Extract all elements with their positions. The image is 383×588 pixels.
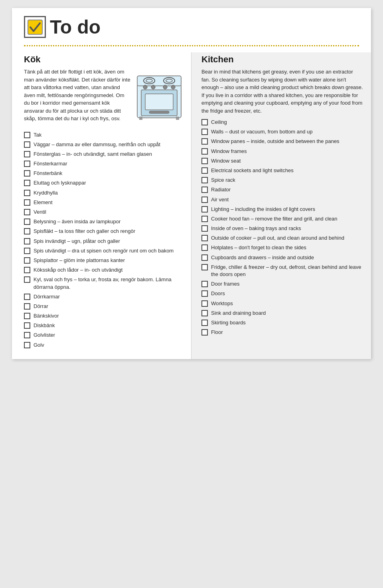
list-item: Spisfläkt – ta loss filter och galler oc… xyxy=(24,228,183,235)
list-item: Golvlister xyxy=(24,332,183,339)
checkbox[interactable] xyxy=(24,303,30,310)
list-item: Electrical sockets and light switches xyxy=(201,167,363,174)
list-item-text: Inside of oven – baking trays and racks xyxy=(211,225,301,232)
checkbox[interactable] xyxy=(201,235,208,241)
header: To do xyxy=(12,8,371,42)
list-item: Spice rack xyxy=(201,177,363,184)
checkbox[interactable] xyxy=(24,209,30,215)
list-item: Doors xyxy=(201,290,363,297)
checkbox[interactable] xyxy=(24,132,30,138)
checkbox[interactable] xyxy=(201,281,208,287)
checkbox[interactable] xyxy=(24,257,30,264)
checkbox[interactable] xyxy=(24,228,30,234)
checkbox[interactable] xyxy=(201,206,208,213)
checkbox[interactable] xyxy=(24,170,30,177)
list-item: Window frames xyxy=(201,148,363,155)
list-item-text: Spice rack xyxy=(211,177,235,184)
page-title: To do xyxy=(50,18,101,37)
list-item-text: Fönsterkarmar xyxy=(34,160,67,167)
list-item: Cooker hood fan – remove the filter and … xyxy=(201,215,363,222)
checkbox[interactable] xyxy=(201,167,208,174)
svg-point-12 xyxy=(163,85,167,89)
checkbox[interactable] xyxy=(201,329,208,336)
checkbox[interactable] xyxy=(24,219,30,225)
list-item-text: Ceiling xyxy=(211,119,227,126)
checkbox[interactable] xyxy=(24,248,30,254)
checkbox[interactable] xyxy=(201,158,208,164)
checkbox[interactable] xyxy=(201,197,208,203)
list-item-text: Fönsterbänk xyxy=(34,170,62,177)
checkbox[interactable] xyxy=(201,138,208,145)
list-item: Lighting – including the insides of ligh… xyxy=(201,206,363,213)
checkbox[interactable] xyxy=(201,187,208,193)
list-item-text: Hotplates – don't forget to clean the si… xyxy=(211,244,306,251)
checkbox[interactable] xyxy=(201,225,208,232)
list-item-text: Door frames xyxy=(211,280,240,288)
list-item: Cupboards and drawers – inside and outsi… xyxy=(201,254,363,261)
list-item: Fridge, chiller & freezer – dry out, def… xyxy=(201,264,363,278)
checkbox[interactable] xyxy=(201,177,208,183)
right-intro-text: Bear in mind that kitchens get greasy, e… xyxy=(201,68,363,115)
checkbox[interactable] xyxy=(24,190,30,196)
checkbox[interactable] xyxy=(24,238,30,244)
checkbox[interactable] xyxy=(201,300,208,307)
list-item-text: Golvlister xyxy=(34,332,55,339)
checkbox[interactable] xyxy=(201,290,208,297)
list-item-text: Dörrkarmar xyxy=(34,293,60,300)
right-checklist: CeilingWalls – dust or vacuum, from bott… xyxy=(201,119,363,336)
checkbox[interactable] xyxy=(24,322,30,329)
list-item: Belysning – även insida av lampkupor xyxy=(24,218,183,225)
checkbox[interactable] xyxy=(24,151,30,157)
list-item-text: Spis utvändigt – dra ut spisen och rengö… xyxy=(34,247,174,254)
list-item: Tak xyxy=(24,131,183,139)
checkbox[interactable] xyxy=(201,254,208,261)
checkbox[interactable] xyxy=(201,148,208,155)
right-column: Kitchen Bear in mind that kitchens get g… xyxy=(192,52,371,359)
svg-rect-8 xyxy=(145,94,173,110)
list-item: Fönsterbänk xyxy=(24,170,183,177)
list-item-text: Kryddhylla xyxy=(34,189,58,197)
checkbox[interactable] xyxy=(24,294,30,300)
checkbox[interactable] xyxy=(201,216,208,222)
checkbox[interactable] xyxy=(24,180,30,186)
list-item: Window seat xyxy=(201,157,363,165)
list-item: Fönsterkarmar xyxy=(24,160,183,167)
list-item-text: Window seat xyxy=(211,157,241,165)
checkbox[interactable] xyxy=(24,342,30,348)
checkbox[interactable] xyxy=(201,119,208,125)
list-item-text: Element xyxy=(34,199,53,206)
checkbox[interactable] xyxy=(24,267,30,273)
checkbox[interactable] xyxy=(24,141,30,148)
checkbox[interactable] xyxy=(201,320,208,326)
checkbox[interactable] xyxy=(24,161,30,167)
list-item-text: Cooker hood fan – remove the filter and … xyxy=(211,215,338,222)
list-item-text: Radiator xyxy=(211,186,231,193)
list-item-text: Floor xyxy=(211,329,223,336)
checkbox[interactable] xyxy=(24,199,30,206)
list-item: Golv xyxy=(24,342,183,349)
list-item: Element xyxy=(24,199,183,206)
list-item-text: Lighting – including the insides of ligh… xyxy=(211,206,315,213)
list-item-text: Air vent xyxy=(211,196,229,203)
checkbox[interactable] xyxy=(201,310,208,316)
list-item: Kryddhylla xyxy=(24,189,183,197)
list-item: Floor xyxy=(201,329,363,336)
list-item-text: Outside of cooker – pull out, and clean … xyxy=(211,234,344,242)
checkbox[interactable] xyxy=(24,313,30,319)
list-item: Worktops xyxy=(201,300,363,307)
checkbox[interactable] xyxy=(24,276,30,283)
list-item: Väggar – damma av eller dammsug, nerifrå… xyxy=(24,141,183,148)
checkbox[interactable] xyxy=(201,244,208,251)
left-section-title: Kök xyxy=(24,54,183,65)
list-item: Ventil xyxy=(24,209,183,216)
left-checklist: TakVäggar – damma av eller dammsug, neri… xyxy=(24,131,183,349)
list-item-text: Walls – dust or vacuum, from bottom and … xyxy=(211,128,313,135)
list-item: Sink and draining board xyxy=(201,310,363,317)
dotted-divider xyxy=(24,45,359,46)
svg-rect-14 xyxy=(139,117,142,120)
checkbox[interactable] xyxy=(24,332,30,338)
list-item: Hotplates – don't forget to clean the si… xyxy=(201,244,363,251)
checkbox[interactable] xyxy=(201,129,208,135)
list-item: Kyl, sval och frys – torka ur, frosta av… xyxy=(24,276,183,290)
checkbox[interactable] xyxy=(201,264,208,270)
